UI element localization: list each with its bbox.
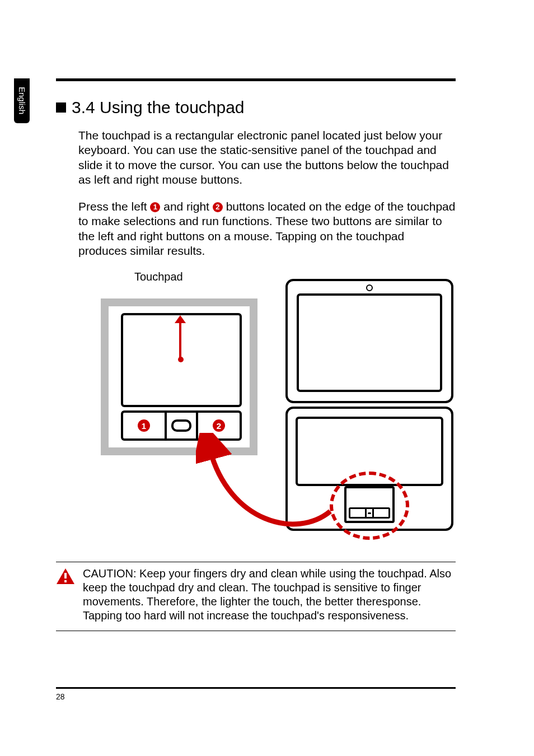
touchpad-dot-icon xyxy=(178,357,184,362)
callout-1-icon: 1 xyxy=(138,419,150,432)
heading-bullet-icon xyxy=(56,102,66,113)
svg-rect-3 xyxy=(64,580,67,582)
warning-icon xyxy=(56,568,75,585)
callout-1-inline-icon: 1 xyxy=(150,202,160,212)
heading-text: 3.4 Using the touchpad xyxy=(72,98,245,117)
zoom-arrow-icon xyxy=(196,433,341,539)
language-tab: English xyxy=(14,78,30,123)
svg-rect-2 xyxy=(64,573,67,578)
laptop-screen xyxy=(297,293,442,392)
touchpad-fingerprint-box xyxy=(167,413,196,438)
webcam-icon xyxy=(366,284,373,291)
callout-2-icon: 2 xyxy=(213,419,225,432)
laptop-screen-frame xyxy=(285,279,453,403)
section-heading: 3.4 Using the touchpad xyxy=(56,98,456,117)
caution-text: CAUTION: Keep your fingers dry and clean… xyxy=(83,567,456,623)
touchpad-label: Touchpad xyxy=(134,270,183,283)
para2-b: and right xyxy=(160,200,212,213)
footer-divider xyxy=(56,687,456,689)
intro-paragraph-1: The touchpad is a rectangular electronic… xyxy=(56,128,456,187)
fingerprint-sensor-icon xyxy=(171,419,191,432)
para2-a: Press the left xyxy=(78,200,150,213)
laptop-touchpad-buttons-icon xyxy=(349,507,390,519)
manual-page: English 3.4 Using the touchpad The touch… xyxy=(0,0,534,756)
touchpad-diagram: Touchpad 1 2 xyxy=(84,270,453,545)
page-number: 28 xyxy=(56,692,65,701)
laptop-touchpad-icon xyxy=(344,486,395,523)
touchpad-zoom-panel: 1 2 xyxy=(101,298,257,455)
caution-block: CAUTION: Keep your fingers dry and clean… xyxy=(56,562,456,631)
callout-2-inline-icon: 2 xyxy=(213,202,223,212)
touchpad-left-button: 1 xyxy=(123,413,167,438)
top-divider xyxy=(56,78,456,81)
intro-paragraph-2: Press the left 1 and right 2 buttons loc… xyxy=(56,199,456,258)
